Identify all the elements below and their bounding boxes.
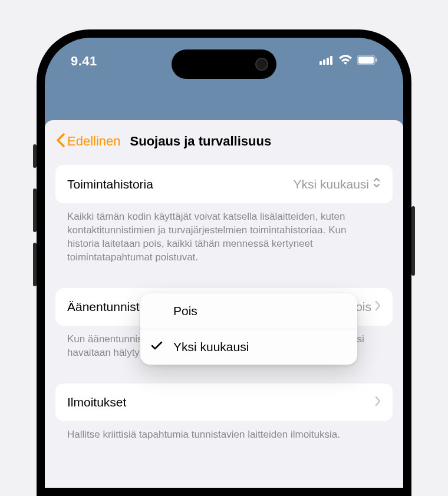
svg-rect-5 <box>358 57 374 64</box>
back-chevron-icon[interactable] <box>55 133 65 150</box>
notifications-footer: Hallitse kriittisiä tapahtumia tunnistav… <box>55 421 393 462</box>
updown-icon <box>373 177 381 191</box>
svg-rect-0 <box>319 61 322 65</box>
svg-rect-2 <box>327 58 329 65</box>
phone-frame: 9.41 Edellinen Suo <box>37 29 411 496</box>
activity-history-dropdown: Pois Yksi kuukausi <box>140 293 357 365</box>
page-title: Suojaus ja turvallisuus <box>130 134 272 149</box>
activity-history-value: Yksi kuukausi <box>294 177 381 191</box>
front-camera <box>255 58 268 71</box>
svg-rect-1 <box>323 59 325 65</box>
wifi-icon <box>338 55 353 68</box>
power-button[interactable] <box>411 206 415 276</box>
activity-history-row[interactable]: Toimintahistoria Yksi kuukausi <box>55 165 393 203</box>
svg-rect-3 <box>330 56 332 65</box>
svg-rect-6 <box>375 58 377 62</box>
activity-history-label: Toimintahistoria <box>67 177 153 191</box>
dynamic-island <box>172 49 276 79</box>
notifications-value <box>375 395 381 409</box>
dropdown-option-label: Yksi kuukausi <box>173 340 249 353</box>
chevron-right-icon <box>375 395 381 409</box>
dropdown-option-label: Pois <box>173 304 197 318</box>
dropdown-option-one-month[interactable]: Yksi kuukausi <box>140 329 357 365</box>
notifications-label: Ilmoitukset <box>67 395 126 409</box>
activity-history-footer: Kaikki tämän kodin käyttäjät voivat kats… <box>55 203 393 285</box>
status-icons <box>319 55 377 68</box>
cellular-icon <box>319 55 334 67</box>
chevron-right-icon <box>375 300 381 314</box>
phone-screen: 9.41 Edellinen Suo <box>45 38 403 488</box>
nav-bar: Edellinen Suojaus ja turvallisuus <box>45 120 403 161</box>
dropdown-option-off[interactable]: Pois <box>140 293 357 329</box>
back-button[interactable]: Edellinen <box>67 134 121 149</box>
battery-icon <box>357 55 377 67</box>
notifications-row[interactable]: Ilmoitukset <box>55 383 393 421</box>
status-time: 9.41 <box>71 54 97 69</box>
settings-sheet: Edellinen Suojaus ja turvallisuus Toimin… <box>45 120 403 488</box>
checkmark-icon <box>151 340 163 354</box>
